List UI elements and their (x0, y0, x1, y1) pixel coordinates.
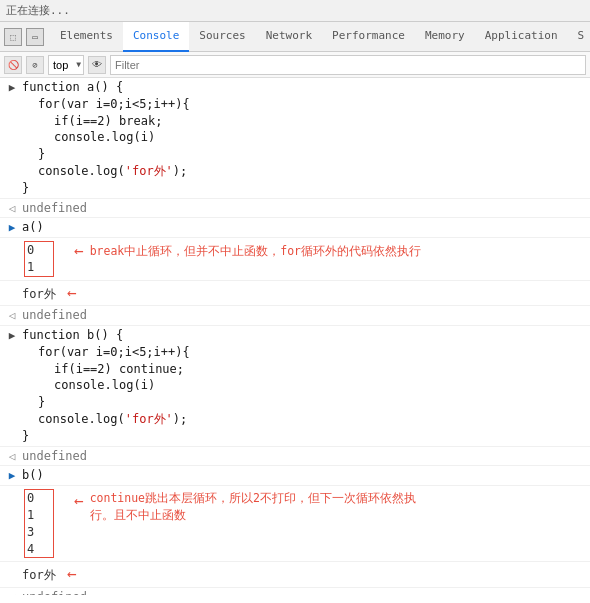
call-b-text: b() (20, 467, 586, 484)
title-bar: 正在连接... (0, 0, 590, 22)
eye-icon-btn[interactable]: 👁 (88, 56, 106, 74)
undefined-1-block: ◁ undefined (0, 199, 590, 219)
toolbar: 🚫 ⊘ top ▼ 👁 (0, 52, 590, 78)
annotation-b-text: continue跳出本层循环，所以2不打印，但下一次循环依然执行。且不中止函数 (90, 490, 416, 525)
call-b-entry: ▶ b() (0, 466, 590, 485)
device-icon[interactable]: ▭ (26, 28, 44, 46)
red-arrow-b-icon: ← (74, 490, 84, 512)
forwai-b-entry: for外 ← (0, 562, 590, 586)
call-a-block: ▶ a() (0, 218, 590, 238)
forwai-a-text: for外 (22, 287, 56, 301)
annotation-b-container: ← continue跳出本层循环，所以2不打印，但下一次循环依然执行。且不中止函… (74, 490, 416, 525)
forwai-b-text: for外 (22, 568, 56, 582)
b-code-line-6: console.log('for外'); (22, 411, 586, 428)
context-select[interactable]: top (48, 55, 84, 75)
inspect-icon[interactable]: ⬚ (4, 28, 22, 46)
output-box-b: 0 1 3 4 (24, 489, 54, 558)
b-output-3: 3 (27, 524, 51, 541)
code-line-2: for(var i=0;i<5;i++){ (22, 96, 586, 113)
output-b-values: 0 1 3 4 (24, 488, 54, 559)
tab-more[interactable]: S (568, 22, 590, 52)
function-b-code: function b() { for(var i=0;i<5;i++){ if(… (20, 327, 586, 445)
code-line-6: console.log('for外'); (22, 163, 586, 180)
output-b-row: 0 1 3 4 ← continue跳出本层循环，所以2不打印，但下一次循环依然… (0, 486, 590, 561)
call-b-block: ▶ b() (0, 466, 590, 486)
forwai-b-block: for外 ← (0, 562, 590, 587)
function-a-code: function a() { for(var i=0;i<5;i++){ if(… (20, 79, 586, 197)
code-line-7: } (22, 180, 586, 197)
tab-network[interactable]: Network (256, 22, 322, 52)
call-a-text: a() (20, 219, 586, 236)
b-code-line-2: for(var i=0;i<5;i++){ (22, 344, 586, 361)
console-settings-btn[interactable]: ⊘ (26, 56, 44, 74)
undefined-4-block: ◁ undefined (0, 588, 590, 595)
undefined-3-block: ◁ undefined (0, 447, 590, 467)
forwai-a-block: for外 ← (0, 281, 590, 306)
output-a-values: 0 1 (24, 240, 54, 278)
filter-input[interactable] (110, 55, 586, 75)
forwai-a-entry: for外 ← (0, 281, 590, 305)
b-code-line-5: } (22, 394, 586, 411)
code-line-5: } (22, 146, 586, 163)
code-line-4: console.log(i) (22, 129, 586, 146)
undefined-2-text: undefined (20, 307, 586, 324)
expand-gutter-b[interactable]: ▶ (4, 327, 20, 343)
undefined-1-text: undefined (20, 200, 586, 217)
undefined-3-text: undefined (20, 448, 586, 465)
gutter-2: ◁ (4, 307, 20, 323)
tab-performance[interactable]: Performance (322, 22, 415, 52)
undefined-3-entry: ◁ undefined (0, 447, 590, 466)
undefined-2-entry: ◁ undefined (0, 306, 590, 325)
function-b-entry: ▶ function b() { for(var i=0;i<5;i++){ i… (0, 326, 590, 446)
undefined-1-entry: ◁ undefined (0, 199, 590, 218)
red-arrow-forwai-a-icon: ← (67, 283, 77, 302)
undefined-2-block: ◁ undefined (0, 306, 590, 326)
annotation-a-text: break中止循环，但并不中止函数，for循环外的代码依然执行 (90, 243, 421, 260)
output-a-row: 0 1 ← break中止循环，但并不中止函数，for循环外的代码依然执行 (0, 238, 590, 280)
tab-bar: ⬚ ▭ Elements Console Sources Network Per… (0, 22, 590, 52)
b-code-line-4: console.log(i) (22, 377, 586, 394)
function-a-block: ▶ function a() { for(var i=0;i<5;i++){ i… (0, 78, 590, 199)
tab-icon-group: ⬚ ▭ (4, 28, 44, 46)
function-b-block: ▶ function b() { for(var i=0;i<5;i++){ i… (0, 326, 590, 447)
b-output-4: 4 (27, 541, 51, 558)
gutter-call-b: ▶ (4, 467, 20, 483)
undefined-4-entry: ◁ undefined (0, 588, 590, 595)
call-a-entry: ▶ a() (0, 218, 590, 237)
red-arrow-a-icon: ← (74, 240, 84, 262)
tab-application[interactable]: Application (475, 22, 568, 52)
b-output-0: 0 (27, 490, 51, 507)
gutter-forwai-a (4, 282, 20, 283)
clear-console-btn[interactable]: 🚫 (4, 56, 22, 74)
code-line-3: if(i==2) break; (22, 113, 586, 130)
code-line-1: function a() { (22, 79, 586, 96)
b-code-line-1: function b() { (22, 327, 586, 344)
tab-elements[interactable]: Elements (50, 22, 123, 52)
output-a-block: 0 1 ← break中止循环，但并不中止函数，for循环外的代码依然执行 (0, 238, 590, 281)
tab-sources[interactable]: Sources (189, 22, 255, 52)
function-a-entry: ▶ function a() { for(var i=0;i<5;i++){ i… (0, 78, 590, 198)
annotation-a-container: ← break中止循环，但并不中止函数，for循环外的代码依然执行 (74, 240, 421, 262)
red-arrow-forwai-b-icon: ← (67, 564, 77, 583)
gutter-3: ◁ (4, 448, 20, 464)
output-line-0: 0 (27, 242, 51, 259)
output-box-a: 0 1 (24, 241, 54, 277)
gutter-1: ◁ (4, 200, 20, 216)
output-line-1: 1 (27, 259, 51, 276)
b-output-1: 1 (27, 507, 51, 524)
gutter-call-a: ▶ (4, 219, 20, 235)
forwai-a-content: for外 ← (20, 282, 586, 304)
gutter-4: ◁ (4, 589, 20, 595)
tab-console[interactable]: Console (123, 22, 189, 52)
b-code-line-3: if(i==2) continue; (22, 361, 586, 378)
gutter-forwai-b (4, 563, 20, 564)
context-select-wrapper: top ▼ (48, 55, 84, 75)
console-content: ▶ function a() { for(var i=0;i<5;i++){ i… (0, 78, 590, 595)
forwai-b-content: for外 ← (20, 563, 586, 585)
undefined-4-text: undefined (20, 589, 586, 595)
b-code-line-7: } (22, 428, 586, 445)
output-b-block: 0 1 3 4 ← continue跳出本层循环，所以2不打印，但下一次循环依然… (0, 486, 590, 562)
title-text: 正在连接... (6, 4, 70, 17)
tab-memory[interactable]: Memory (415, 22, 475, 52)
expand-gutter[interactable]: ▶ (4, 79, 20, 95)
